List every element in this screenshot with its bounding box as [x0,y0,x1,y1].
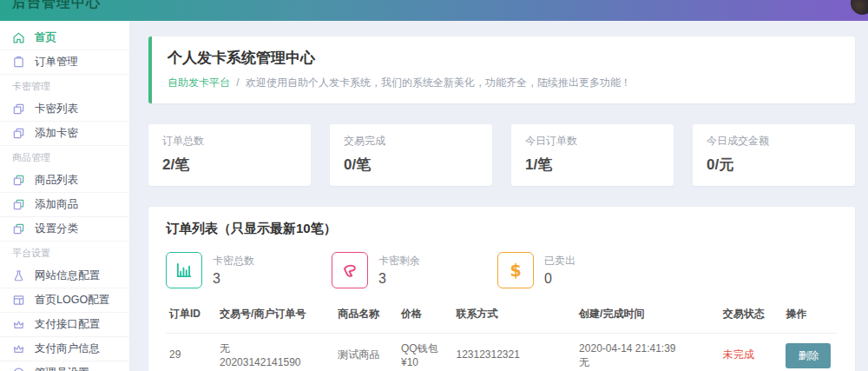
summary-meta: 卡密剩余 3 [378,254,420,287]
col-time: 创建/完成时间 [575,301,720,334]
layers-icon [12,174,25,187]
col-product: 商品名称 [334,301,398,334]
crown-icon [12,318,25,331]
trade-no-line2: 20203142141590 [220,355,331,369]
stat-label: 今日成交金额 [707,134,841,149]
contact-cell: 12312312321 [452,334,575,371]
summary-meta: 已卖出 0 [544,254,575,287]
pay-method: QQ钱包 [401,341,449,355]
sidebar-item-product-list[interactable]: 商品列表 [0,169,129,193]
welcome-card: 个人发卡系统管理中心 自助发卡平台 / 欢迎使用自助个人发卡系统，我们的系统全新… [148,36,855,103]
welcome-subtitle: 自助发卡平台 / 欢迎使用自助个人发卡系统，我们的系统全新美化，功能齐全，陆续推… [168,76,839,90]
summary-row: 卡密总数 3 卡密剩余 3 $ [166,252,838,288]
action-cell: 删除 [782,334,838,371]
sidebar-section-products: 商品管理 [0,146,129,169]
stats-row: 订单总数 2/笔 交易完成 0/笔 今日订单数 1/笔 今日成交金额 0/元 [148,124,855,186]
subtitle-separator: / [233,76,242,89]
summary-meta: 卡密总数 3 [213,254,254,287]
stat-card-today-amount: 今日成交金额 0/元 [693,124,855,186]
summary-label: 已卖出 [544,254,575,268]
summary-value: 3 [213,271,254,287]
stat-card-completed: 交易完成 0/笔 [330,124,492,186]
sidebar-item-label: 网站信息配置 [35,268,100,283]
sidebar-item-admin-settings[interactable]: 管理员设置 [0,361,129,371]
layout: 首页 订单管理 卡密管理 卡密列表 添加卡密 商品管理 商品 [0,21,868,371]
table-row: 29 无 20203142141590 测试商品 QQ钱包 ¥10 123123… [166,334,838,371]
status-badge: 未完成 [720,334,783,371]
sidebar-item-home[interactable]: 首页 [0,26,129,50]
sidebar-item-label: 卡密列表 [35,102,78,116]
sidebar-item-card-list[interactable]: 卡密列表 [0,97,129,122]
brand-label: 自助发卡平台 [168,76,230,89]
page-title: 个人发卡系统管理中心 [168,48,839,68]
copy-icon [12,127,25,140]
sidebar-item-label: 首页LOGO配置 [35,293,109,308]
sidebar-item-card-add[interactable]: 添加卡密 [0,122,129,146]
stat-card-today-orders: 今日订单数 1/笔 [511,124,674,186]
sidebar-item-pay-api[interactable]: 支付接口配置 [0,313,129,337]
sidebar-item-product-add[interactable]: 添加商品 [0,193,129,217]
col-contact: 联系方式 [452,301,575,334]
welcome-message: 欢迎使用自助个人发卡系统，我们的系统全新美化，功能齐全，陆续推出更多功能！ [246,76,631,89]
copy-icon [12,103,25,116]
stat-value: 0/元 [707,155,841,175]
sidebar-item-label: 添加卡密 [35,126,78,141]
stat-label: 交易完成 [344,134,478,149]
col-price: 价格 [398,301,452,334]
sidebar-section-cards: 卡密管理 [0,75,129,97]
stat-label: 订单总数 [162,134,297,149]
layers-icon [12,222,25,235]
summary-value: 0 [544,271,575,287]
topbar: 后台管理中心 [0,0,868,21]
dollar-icon: $ [497,252,534,288]
summary-card-sold: $ 已卖出 0 [497,252,663,288]
col-action: 操作 [782,301,838,334]
sidebar: 首页 订单管理 卡密管理 卡密列表 添加卡密 商品管理 商品 [0,21,130,371]
home-icon [12,31,25,44]
sidebar-item-label: 订单管理 [35,55,78,70]
order-list-title: 订单列表（只显示最新10笔） [166,221,838,237]
stat-card-total-orders: 订单总数 2/笔 [148,124,311,186]
completed-time: 无 [579,355,716,369]
delete-button[interactable]: 删除 [786,343,831,368]
sidebar-item-label: 设置分类 [35,222,78,236]
smiley-icon [12,367,25,371]
avatar[interactable] [851,0,868,15]
col-status: 交易状态 [720,301,783,334]
col-trade-no: 交易号/商户订单号 [216,301,334,334]
sidebar-item-logo-config[interactable]: 首页LOGO配置 [0,288,129,313]
main-content: 个人发卡系统管理中心 自助发卡平台 / 欢迎使用自助个人发卡系统，我们的系统全新… [130,21,868,371]
sidebar-section-platform: 平台设置 [0,242,129,264]
trade-no-cell: 无 20203142141590 [216,334,334,371]
sidebar-item-label: 添加商品 [35,197,78,212]
created-time: 2020-04-14 21:41:39 [579,341,716,355]
layers-icon [12,198,25,211]
summary-card-total: 卡密总数 3 [166,252,332,288]
sidebar-item-orders[interactable]: 订单管理 [0,50,129,75]
crown-icon [12,342,25,355]
sidebar-item-category[interactable]: 设置分类 [0,217,129,242]
summary-card-remaining: 卡密剩余 3 [332,252,497,288]
price-cell: QQ钱包 ¥10 [398,334,452,371]
order-id-cell: 29 [166,334,216,371]
stat-label: 今日订单数 [525,134,660,149]
hand-icon [332,252,368,288]
stat-value: 0/笔 [344,155,478,175]
product-cell: 测试商品 [334,334,398,371]
bar-chart-icon [166,252,202,288]
stat-value: 2/笔 [162,155,297,175]
col-order-id: 订单ID [166,301,216,334]
app-title: 后台管理中心 [12,0,101,12]
summary-value: 3 [378,271,420,287]
sidebar-item-label: 支付商户信息 [35,341,100,356]
order-list-card: 订单列表（只显示最新10笔） 卡密总数 3 卡密剩余 [148,207,855,371]
summary-label: 卡密总数 [213,254,254,268]
dollar-glyph: $ [510,261,521,280]
flask-icon [12,269,25,282]
summary-label: 卡密剩余 [378,254,420,268]
price-amount: ¥10 [401,355,449,369]
sidebar-item-label: 首页 [35,30,56,45]
sidebar-item-pay-merchant[interactable]: 支付商户信息 [0,337,129,361]
layout-icon [12,294,25,307]
sidebar-item-site-config[interactable]: 网站信息配置 [0,264,129,288]
